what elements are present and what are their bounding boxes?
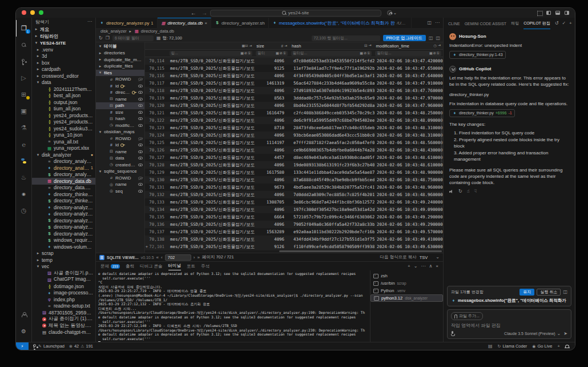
table-row[interactable]: 70,115 mes/2TB_SSD/0_2025/신화동물접기/보도자료/리소… (145, 65, 443, 72)
split-editor-icon[interactable] (427, 21, 432, 25)
explorer-item[interactable]: crossword_editor (32, 73, 95, 79)
visibility-eye-icon[interactable] (138, 124, 143, 127)
explorer-item[interactable]: 사골 종이접기.png (32, 270, 95, 277)
terminal-output[interactable]: e default datetime adapter is deprecated… (96, 270, 370, 342)
filter-mode-icon[interactable] (360, 51, 363, 55)
page-number-input[interactable]: 702 (165, 254, 191, 261)
broadcast-icon[interactable] (16, 186, 32, 202)
filter-case-icon[interactable] (437, 51, 440, 55)
filter-mode-icon[interactable] (240, 51, 244, 55)
table-row[interactable]: 70,127 mes/2TB_SSD/0_2025/신화동물접기/보도자료/리소… (145, 154, 443, 161)
terminal-list-item[interactable]: Python .venv (370, 287, 443, 294)
explorer-item[interactable]: directory_analyzer.sh (32, 171, 95, 178)
column-header-path[interactable]: ⊟ (168, 42, 254, 49)
next-page-icon[interactable]: › (194, 255, 195, 260)
panel-view-icon2[interactable] (436, 36, 440, 41)
thumbs-down-icon[interactable] (474, 189, 477, 194)
new-terminal-icon[interactable] (408, 264, 410, 269)
upgrade-pro-button[interactable]: PRO로 업그레이드 (383, 35, 426, 41)
visibility-eye-icon[interactable] (138, 85, 143, 87)
filter-not-icon[interactable] (433, 51, 436, 55)
tree-item[interactable]: hash (96, 115, 144, 122)
filter-input-mtime[interactable]: 필터링... (375, 51, 441, 56)
pin-column-icon[interactable] (438, 43, 441, 48)
new-session-icon[interactable] (569, 21, 572, 26)
explorer-item[interactable]: vec (32, 264, 95, 270)
table-row[interactable]: 70,131 mes/2TB_SSD/0_2025/신화동물접기/보도자료/리소… (145, 184, 443, 191)
copilot-menu[interactable] (387, 10, 397, 15)
explorer-item[interactable]: directory_thinker.py (32, 191, 95, 198)
terminal-list-item[interactable]: /usr/bin scrap (370, 280, 443, 287)
close-window-button[interactable] (22, 10, 26, 15)
table-row[interactable]: 70,119 mes/2TB_SSD/0_2025/신화동물접기/보도자료/리소… (145, 94, 443, 102)
explorer-item[interactable]: yuna_10.json (32, 132, 95, 139)
explorer-item[interactable]: yes24_products_limited.json (32, 112, 95, 119)
explorer-icon[interactable]: ❐1 (16, 20, 32, 37)
tree-item[interactable]: data (96, 155, 144, 162)
tree-item[interactable]: name (96, 149, 144, 155)
tree-item[interactable]: seq (96, 188, 144, 195)
panel-view-icon[interactable] (429, 36, 433, 41)
table-row[interactable]: 70,137 mes/2TB_SSD/0_2025/신화동물접기/보도자료/리소… (145, 228, 443, 236)
explorer-item[interactable]: directory-analyzer (2).py (32, 204, 95, 211)
table-row[interactable]: 70,124 mes/2TB_SSD/0_2025/신화동물접기/보도자료/리소… (145, 131, 443, 139)
panel-tab[interactable]: 출력 (126, 262, 134, 270)
plus-icon[interactable]: + (146, 244, 148, 249)
explorer-item[interactable]: directory_analyzer.log (32, 158, 95, 165)
problems-indicator[interactable]: 42 191 (69, 344, 93, 349)
mic-icon[interactable] (451, 331, 454, 336)
attached-file-chip[interactable]: directory_thinker.py:1-43 (449, 51, 506, 59)
table-row[interactable]: 70,114 mes/2TB_SSD/0_2025/신화동물접기/보도자료/리소… (145, 57, 443, 65)
filter-case-icon[interactable] (248, 51, 251, 55)
explorer-item[interactable]: directory-analyzer-usage.sh (32, 230, 95, 237)
explorer-item[interactable]: directory-analyzer-usage-d3... (32, 224, 95, 231)
panel-more-icon[interactable] (421, 264, 425, 269)
prompt-box[interactable]: 파일 추가... 작업 영역에서 파일 편집 Claude 3.5 Sonnet… (447, 309, 571, 339)
visibility-eye-icon[interactable] (138, 150, 143, 153)
explorer-item[interactable]: yuna_all.txt (32, 138, 95, 145)
regenerate-icon[interactable] (458, 189, 462, 194)
explorer-item[interactable]: cardpath (32, 66, 95, 73)
chat-tab[interactable]: 채팅 (511, 18, 519, 29)
breadcrumb[interactable]: disk_analyzer directory_data.db (96, 28, 443, 34)
visibility-eye-icon[interactable] (138, 117, 143, 120)
explorer-item[interactable]: 사골 종이접기 (1).mp4 (32, 316, 95, 323)
tree-item[interactable]: id (96, 142, 144, 149)
toggle-panel-icon[interactable] (555, 11, 560, 15)
keep-button[interactable]: 유지 (519, 289, 534, 296)
add-row[interactable]: +72,101 mes/2TB_SSD/0_2025/신화동물접기/보도자료/리… (145, 243, 443, 250)
source-control-icon[interactable] (16, 53, 32, 70)
explorer-item[interactable]: output.json (32, 99, 95, 106)
visibility-eye-icon[interactable] (138, 163, 143, 166)
prev-page-icon[interactable]: ‹ (161, 255, 163, 260)
changed-file-row[interactable]: messagebox.showinfo("완료", "데이터베이스 최적화가 완… (451, 298, 567, 304)
duplicate-view-icon[interactable] (106, 36, 110, 41)
explorer-item[interactable]: best_all.json (32, 93, 95, 99)
branch-indicator[interactable]: Launchpad (33, 344, 65, 349)
tab-directory-data-db[interactable]: directory_data.db (158, 18, 212, 28)
panel-tab[interactable]: 주석 (201, 262, 210, 270)
tree-item[interactable]: directory... (96, 89, 144, 96)
explorer-item[interactable]: directory_analyzer.py 1 (32, 165, 95, 171)
column-header-mtime[interactable]: modification_time ◷ (373, 42, 443, 49)
close-panel-icon[interactable] (436, 264, 438, 269)
table-row[interactable]: 70,132 mes/2TB_SSD/0_2025/신화동물접기/보도자료/리소… (145, 191, 443, 198)
tree-item[interactable]: ROWID (96, 135, 144, 142)
extensions-icon[interactable]: ⊞ (16, 86, 32, 103)
explorer-item[interactable]: box (32, 59, 95, 66)
table-row[interactable]: 70,123 mes/2TB_SSD/0_2025/신화동물접기/보도자료/리소… (145, 124, 443, 131)
explorer-more-icon[interactable] (87, 19, 92, 24)
explorer-item[interactable]: 제목 없는 동영상.mp4 (32, 322, 95, 329)
table-filter-input[interactable]: 6 테이블 필터 (112, 35, 154, 41)
visibility-eye-icon[interactable] (138, 91, 143, 94)
visibility-eye-icon[interactable] (138, 157, 143, 159)
toggle-secondary-sidebar-icon[interactable] (565, 11, 569, 15)
table-row[interactable]: 70,118 mes/2TB_SSD/0_2025/신화동물접기/보도자료/리소… (145, 87, 443, 94)
command-center-search[interactable]: yes24-site (210, 10, 381, 17)
tree-item[interactable]: duplicate_file_map... (96, 57, 144, 63)
format-select[interactable]: TSV (420, 255, 440, 260)
visibility-eye-icon[interactable] (138, 111, 143, 114)
tree-item[interactable]: modificatio... (96, 122, 144, 129)
explorer-item[interactable]: 487301505_2959308923360... (32, 309, 95, 316)
horizontal-scrollbar[interactable] (145, 250, 443, 253)
